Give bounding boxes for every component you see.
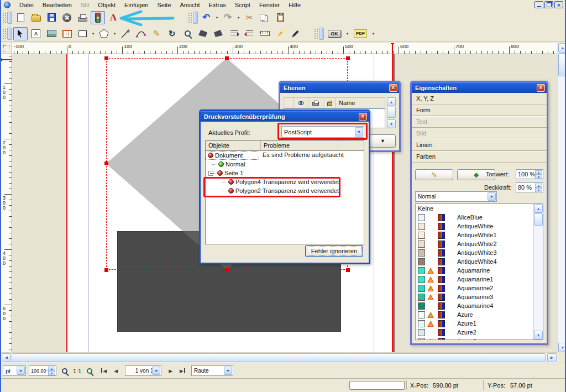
color-list-scrollbar[interactable]: ▲ ▼ bbox=[533, 204, 543, 339]
scroll-up-icon[interactable]: ▲ bbox=[387, 97, 396, 106]
layer-visible-column[interactable] bbox=[294, 97, 308, 108]
edit-contents-tool[interactable] bbox=[196, 27, 210, 40]
dropdown-arrow-icon[interactable] bbox=[17, 367, 25, 375]
collapse-icon[interactable] bbox=[208, 171, 213, 176]
last-page-button[interactable]: ▶ bbox=[180, 368, 185, 374]
color-row[interactable]: AntiqueWhite2 bbox=[416, 239, 543, 248]
next-page-button[interactable]: ▶ bbox=[169, 368, 172, 374]
tab-linien[interactable]: Linien bbox=[412, 139, 547, 151]
selection-handle-tr[interactable] bbox=[346, 56, 350, 60]
menu-einfuegen[interactable]: Einfügen bbox=[120, 1, 153, 9]
scroll-down-icon[interactable]: ▼ bbox=[387, 119, 396, 128]
copy-button[interactable] bbox=[258, 11, 272, 24]
layers-close-icon[interactable]: × bbox=[389, 84, 397, 92]
horizontal-scrollbar[interactable]: ◀ ▶ bbox=[1, 352, 558, 363]
link-text-frames-tool[interactable] bbox=[227, 27, 241, 40]
color-row[interactable]: Aquamarine4 bbox=[416, 301, 543, 310]
document-window-icon[interactable] bbox=[4, 2, 11, 8]
polygon-dropdown-icon[interactable] bbox=[112, 27, 117, 40]
scroll-right-icon[interactable]: ▶ bbox=[547, 353, 557, 362]
preflight-title-bar[interactable]: Druckvorstufenüberprüfung × bbox=[201, 111, 369, 122]
objects-column-header[interactable]: Objekte bbox=[206, 141, 261, 151]
selection-handle-bl[interactable] bbox=[104, 268, 108, 272]
dropdown-arrow-icon[interactable] bbox=[355, 127, 363, 137]
spinner-arrows-icon[interactable] bbox=[535, 184, 542, 191]
preflight-close-icon[interactable]: × bbox=[359, 113, 367, 121]
pdf-annotation-dropdown-icon[interactable] bbox=[371, 27, 376, 40]
paste-button[interactable] bbox=[273, 11, 287, 24]
selection-handle-br[interactable] bbox=[346, 268, 350, 272]
line-color-button[interactable]: ✎ bbox=[415, 169, 453, 180]
undo-dropdown-icon[interactable] bbox=[214, 11, 219, 24]
layers-scrollbar[interactable]: ▲ ▼ bbox=[387, 97, 396, 128]
layer-lock-column[interactable] bbox=[323, 97, 336, 108]
menu-datei[interactable]: Datei bbox=[15, 1, 38, 9]
ignore-errors-button[interactable]: Fehler ignorieren bbox=[305, 245, 363, 257]
vertical-ruler[interactable]: 100 200 300 400 500 bbox=[1, 54, 12, 352]
dropdown-arrow-icon[interactable] bbox=[152, 367, 160, 375]
menu-objekt[interactable]: Objekt bbox=[93, 1, 120, 9]
toolbar-handle[interactable] bbox=[7, 28, 12, 40]
color-row[interactable]: AntiqueWhite4 bbox=[416, 257, 543, 266]
toolbar-handle[interactable] bbox=[319, 28, 324, 40]
scroll-down-icon[interactable]: ▼ bbox=[558, 343, 566, 352]
color-row[interactable]: AntiqueWhite1 bbox=[416, 231, 543, 239]
zoom-tool[interactable] bbox=[180, 27, 195, 40]
copy-properties-tool[interactable] bbox=[273, 27, 287, 40]
image-frame-tool[interactable] bbox=[44, 27, 59, 40]
menu-fenster[interactable]: Fenster bbox=[255, 1, 284, 9]
table-tool[interactable] bbox=[60, 27, 74, 40]
open-document-button[interactable] bbox=[29, 11, 43, 24]
menu-script[interactable]: Script bbox=[230, 1, 255, 9]
properties-title-bar[interactable]: Eigenschaften × bbox=[412, 82, 547, 93]
color-row[interactable]: Azure2 bbox=[416, 328, 543, 337]
tab-form[interactable]: Form bbox=[412, 104, 547, 116]
menu-seite[interactable]: Seite bbox=[153, 1, 175, 9]
horizontal-ruler[interactable]: -100 0 100 200 300 400 500 600 700 800 bbox=[12, 43, 557, 54]
tree-row-polygon4[interactable]: Polygon4 Transparenz wird verwendet bbox=[206, 177, 364, 186]
print-button[interactable] bbox=[75, 11, 90, 24]
horizontal-scroll-thumb[interactable] bbox=[12, 353, 546, 362]
toolbar-grip[interactable] bbox=[314, 28, 318, 39]
layer-print-column[interactable] bbox=[308, 97, 323, 108]
page-dropdown[interactable]: 1 von 1 bbox=[125, 365, 161, 376]
dropdown-arrow-icon[interactable] bbox=[224, 367, 232, 375]
selection-handle-tm[interactable] bbox=[225, 56, 229, 60]
tree-row-seite1[interactable]: Seite 1 bbox=[206, 169, 364, 177]
selection-handle-tl[interactable] bbox=[104, 56, 108, 60]
tonwert-spinner[interactable]: 100 % bbox=[516, 169, 543, 179]
rotate-tool[interactable]: ↻ bbox=[165, 27, 179, 40]
close-icon[interactable] bbox=[554, 1, 563, 8]
menu-hilfe[interactable]: Hilfe bbox=[284, 1, 305, 9]
scroll-thumb[interactable] bbox=[534, 213, 543, 226]
selection-handle-ml[interactable] bbox=[104, 161, 108, 165]
bezier-tool[interactable] bbox=[134, 27, 148, 40]
text-frame-tool[interactable]: A bbox=[29, 27, 43, 40]
preflight-table[interactable]: Objekte Probleme Dokument Es sind Proble… bbox=[205, 140, 364, 244]
layer-blendmode-dropdown[interactable]: ▼ bbox=[370, 134, 396, 148]
pdf-tools-dropdown-icon[interactable] bbox=[345, 27, 350, 40]
layers-title-bar[interactable]: Ebenen × bbox=[280, 82, 399, 93]
polygon-tool[interactable] bbox=[97, 27, 111, 40]
color-row[interactable]: AntiqueWhite3 bbox=[416, 248, 543, 257]
color-row[interactable]: Aquamarine bbox=[416, 266, 543, 275]
color-row[interactable]: AliceBlue bbox=[416, 213, 543, 222]
close-document-button[interactable] bbox=[60, 11, 74, 24]
restore-icon[interactable] bbox=[544, 1, 553, 8]
color-row[interactable]: Azure1 bbox=[416, 319, 543, 328]
cut-button[interactable]: ✂ bbox=[242, 11, 256, 24]
minimize-icon[interactable] bbox=[534, 1, 543, 8]
menu-extras[interactable]: Extras bbox=[205, 1, 230, 9]
deckkraft-spinner[interactable]: 80 % bbox=[516, 182, 543, 192]
scroll-up-icon[interactable]: ▲ bbox=[534, 204, 543, 213]
new-document-button[interactable] bbox=[13, 11, 28, 24]
story-editor-tool[interactable] bbox=[211, 27, 226, 40]
zoom-ratio-label[interactable]: 1:1 bbox=[73, 368, 81, 374]
color-list[interactable]: Keine AliceBlue AntiqueWhite AntiqueWhit… bbox=[415, 203, 543, 340]
zoom-out-button[interactable] bbox=[59, 365, 70, 377]
spinner-arrows-icon[interactable] bbox=[535, 170, 542, 178]
menu-ansicht[interactable]: Ansicht bbox=[176, 1, 205, 9]
toolbar-handle[interactable] bbox=[7, 12, 12, 24]
tab-farben[interactable]: Farben bbox=[412, 151, 547, 163]
menu-bearbeiten[interactable]: Bearbeiten bbox=[38, 1, 76, 9]
